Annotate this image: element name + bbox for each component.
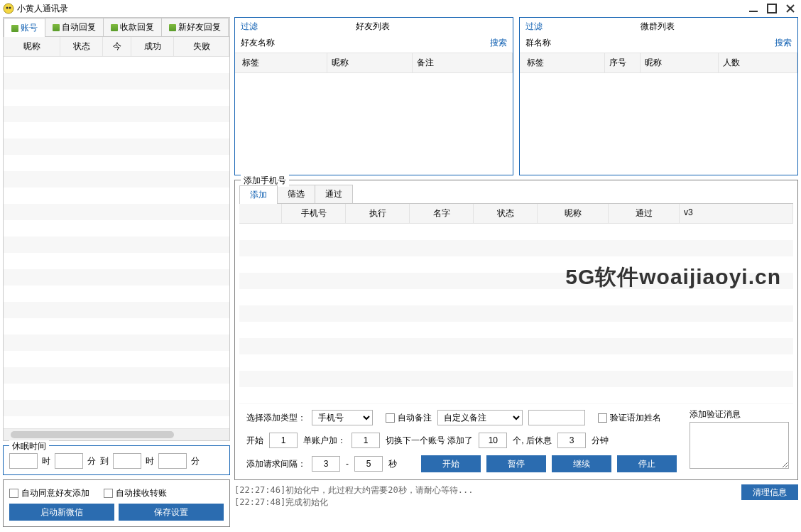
add-type-select[interactable]: 手机号	[312, 410, 373, 425]
tab-autoreply[interactable]: 自动回复	[45, 18, 104, 36]
tab-label: 账号	[21, 22, 38, 34]
verify-msg-label: 添加验证消息	[690, 408, 741, 420]
tab-icon	[111, 24, 118, 31]
stop-button[interactable]: 停止	[617, 455, 677, 472]
sleep-legend: 休眠时间	[9, 440, 49, 452]
th-status: 状态	[60, 37, 103, 56]
sleep-time-fieldset: 休眠时间 时 分 到 时 分	[3, 445, 230, 475]
interval-to-input[interactable]	[354, 456, 383, 472]
tab-icon	[169, 24, 176, 31]
label: 到	[100, 455, 109, 467]
verify-append-name-checkbox[interactable]: 验证语加姓名	[598, 412, 661, 424]
verify-msg-textarea[interactable]	[690, 422, 789, 469]
groups-name-label: 群名称	[525, 37, 551, 49]
label: 分钟	[592, 435, 609, 447]
tab-pass[interactable]: 通过	[315, 185, 353, 203]
tab-icon	[53, 24, 60, 31]
tab-label: 新好友回复	[178, 21, 221, 33]
bottom-options-fieldset: 自动同意好友添加 自动接收转账 启动新微信 保存设置	[3, 479, 230, 527]
left-tabs: 账号 自动回复 收款回复 新好友回复	[4, 18, 229, 37]
label: 开始	[246, 435, 263, 447]
groups-title: 微群列表	[548, 21, 766, 33]
sleep-to-min[interactable]	[158, 453, 187, 469]
th: 标签	[520, 53, 605, 72]
tab-accounts[interactable]: 账号	[4, 18, 45, 37]
start-index-input[interactable]	[269, 433, 298, 448]
tab-icon	[11, 25, 18, 32]
start-button[interactable]: 开始	[421, 455, 481, 472]
th: 通过	[609, 204, 680, 223]
tab-paymentreply[interactable]: 收款回复	[103, 18, 162, 36]
friends-panel: 过滤 好友列表 好友名称 搜索 标签 昵称 备注	[234, 17, 513, 175]
label: 自动同意好友添加	[21, 487, 89, 499]
friends-table-body[interactable]	[235, 73, 513, 175]
th: 昵称	[538, 204, 609, 223]
pause-button[interactable]: 暂停	[486, 455, 546, 472]
th: 人数	[719, 53, 797, 72]
close-button[interactable]	[783, 1, 798, 16]
groups-table-body[interactable]	[520, 73, 797, 175]
window-title: 小黄人通讯录	[17, 3, 743, 15]
th: 手机号	[282, 204, 346, 223]
th: 序号	[605, 53, 641, 72]
svg-rect-4	[768, 4, 776, 13]
rest-minutes-input[interactable]	[557, 433, 586, 448]
launch-wechat-button[interactable]: 启动新微信	[9, 504, 114, 521]
account-table-body[interactable]	[4, 57, 229, 428]
groups-filter-link[interactable]: 过滤	[525, 21, 543, 33]
continue-button[interactable]: 继续	[552, 455, 611, 472]
friends-search-link[interactable]: 搜索	[490, 37, 507, 49]
th: v3	[680, 204, 793, 223]
sleep-from-min[interactable]	[55, 453, 83, 469]
add-phone-tabs: 添加 筛选 通过	[239, 185, 793, 204]
friends-filter-link[interactable]: 过滤	[241, 21, 258, 33]
friends-table-header: 标签 昵称 备注	[235, 53, 513, 73]
label: 选择添加类型：	[246, 412, 306, 424]
th-fail: 失败	[174, 37, 229, 56]
per-account-input[interactable]	[352, 433, 380, 448]
custom-remark-select[interactable]: 自定义备注	[437, 410, 523, 425]
app-icon	[3, 3, 14, 14]
th: 昵称	[327, 53, 413, 72]
th-success: 成功	[131, 37, 174, 56]
label: 自动接收转账	[116, 487, 167, 499]
auto-remark-checkbox[interactable]: 自动备注	[386, 412, 432, 424]
switch-count-input[interactable]	[479, 433, 507, 448]
tab-add[interactable]: 添加	[239, 185, 278, 204]
th: 标签	[235, 53, 327, 72]
th: 状态	[474, 204, 538, 223]
add-phone-table-body[interactable]	[239, 224, 793, 404]
friends-title: 好友列表	[263, 21, 481, 33]
label: 时	[42, 455, 50, 467]
interval-from-input[interactable]	[312, 456, 340, 472]
log-area: [22:27:46]初始化中，此过程大约需要20秒，请耐心等待... [22:2…	[234, 484, 798, 527]
th-today: 今	[103, 37, 131, 56]
save-settings-button[interactable]: 保存设置	[119, 504, 224, 521]
tab-newfriendreply[interactable]: 新好友回复	[161, 18, 229, 36]
horizontal-scrollbar[interactable]	[4, 428, 229, 440]
remark-extra-input[interactable]	[528, 410, 585, 425]
label: 秒	[388, 458, 397, 470]
groups-search-link[interactable]: 搜索	[775, 37, 792, 49]
add-phone-fieldset: 添加手机号 添加 筛选 通过 手机号 执行 名字 状态 昵称 通过 v3 添加验…	[234, 180, 798, 480]
tab-filter[interactable]: 筛选	[277, 185, 315, 203]
friends-search-input[interactable]	[279, 36, 486, 50]
groups-panel: 过滤 微群列表 群名称 搜索 标签 序号 昵称 人数	[519, 17, 798, 175]
sleep-from-hour[interactable]	[9, 453, 38, 469]
label: 分	[191, 455, 200, 467]
label: 个, 后休息	[513, 435, 552, 447]
auto-accept-friend-checkbox[interactable]: 自动同意好友添加	[9, 487, 89, 499]
maximize-button[interactable]	[764, 1, 780, 16]
window-titlebar: 小黄人通讯录	[0, 0, 801, 17]
sleep-to-hour[interactable]	[113, 453, 141, 469]
clear-log-button[interactable]: 清理信息	[741, 484, 798, 500]
tab-label: 自动回复	[62, 21, 96, 33]
minimize-button[interactable]	[746, 1, 761, 16]
groups-search-input[interactable]	[555, 36, 770, 50]
th: 执行	[346, 204, 410, 223]
auto-accept-transfer-checkbox[interactable]: 自动接收转账	[104, 487, 167, 499]
friends-name-label: 好友名称	[241, 37, 275, 49]
th: 名字	[410, 204, 474, 223]
controls-area: 添加验证消息 选择添加类型： 手机号 自动备注 自定义备注 验证语加姓名 开始 …	[239, 404, 793, 475]
svg-point-1	[6, 7, 9, 9]
